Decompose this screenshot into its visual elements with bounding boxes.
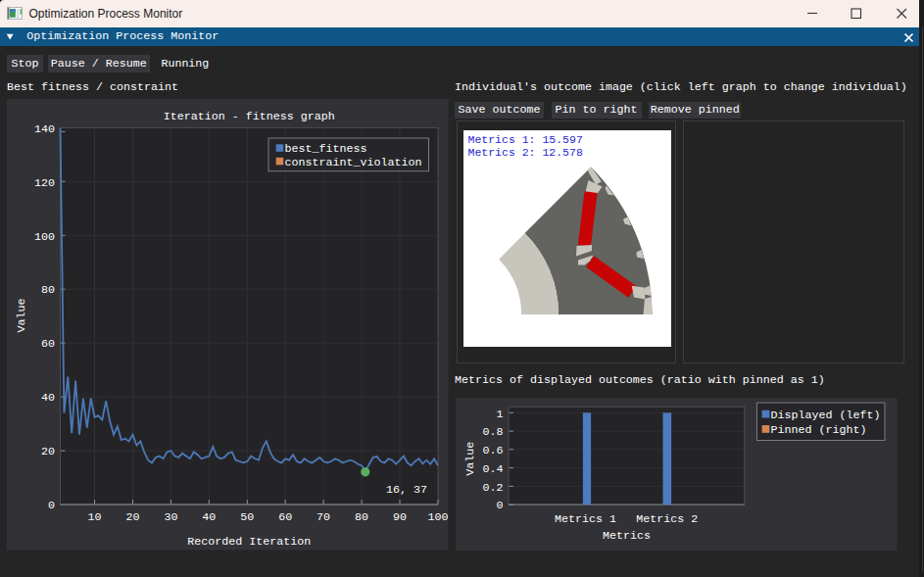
svg-text:Metrics: Metrics xyxy=(603,528,651,542)
svg-text:1: 1 xyxy=(497,407,504,420)
svg-text:10: 10 xyxy=(88,510,102,524)
svg-text:0.8: 0.8 xyxy=(483,425,504,439)
svg-text:20: 20 xyxy=(126,510,140,524)
svg-text:0: 0 xyxy=(48,499,55,512)
svg-text:0.6: 0.6 xyxy=(483,444,504,457)
svg-text:Recorded Iteration: Recorded Iteration xyxy=(187,535,311,549)
svg-text:0.4: 0.4 xyxy=(483,461,504,475)
svg-text:30: 30 xyxy=(164,510,177,524)
svg-text:90: 90 xyxy=(393,510,407,524)
svg-text:Value: Value xyxy=(15,299,28,333)
svg-text:40: 40 xyxy=(202,510,216,524)
svg-text:Metrics 1: Metrics 1 xyxy=(555,511,616,525)
svg-text:constraint_violation: constraint_violation xyxy=(285,156,422,169)
svg-text:20: 20 xyxy=(41,445,55,458)
svg-text:80: 80 xyxy=(355,510,368,524)
svg-text:70: 70 xyxy=(316,510,330,524)
svg-text:0: 0 xyxy=(497,499,504,512)
svg-text:40: 40 xyxy=(41,391,55,405)
svg-text:80: 80 xyxy=(41,283,55,297)
svg-text:Metrics 2: Metrics 2 xyxy=(636,511,698,525)
svg-text:100: 100 xyxy=(34,230,55,244)
svg-text:60: 60 xyxy=(41,337,55,351)
svg-text:100: 100 xyxy=(428,510,449,524)
svg-text:Pinned (right): Pinned (right) xyxy=(771,423,867,437)
svg-text:Iteration - fitness graph: Iteration - fitness graph xyxy=(164,110,335,123)
svg-text:60: 60 xyxy=(278,510,292,524)
svg-text:120: 120 xyxy=(34,176,55,190)
svg-text:16, 37: 16, 37 xyxy=(386,483,427,497)
svg-text:best_fitness: best_fitness xyxy=(285,142,367,156)
svg-text:0.2: 0.2 xyxy=(483,480,504,494)
svg-text:Displayed (left): Displayed (left) xyxy=(771,408,881,421)
svg-text:Value: Value xyxy=(464,441,478,475)
svg-text:50: 50 xyxy=(240,510,254,524)
svg-text:140: 140 xyxy=(34,122,55,136)
